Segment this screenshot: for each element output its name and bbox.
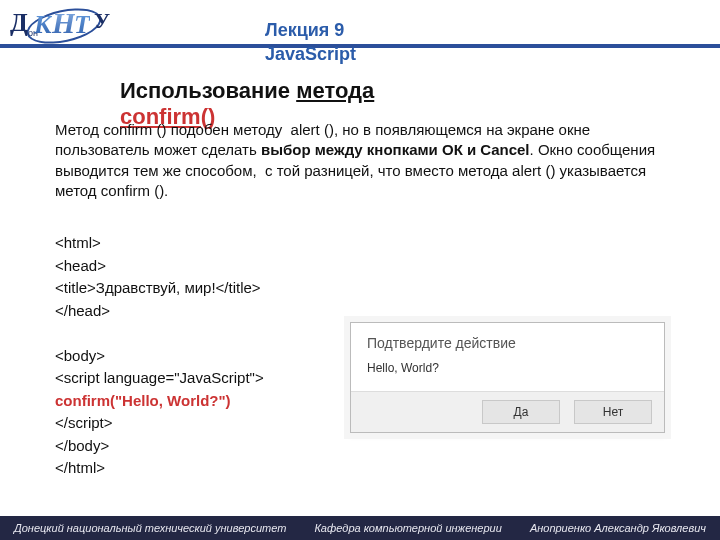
lecture-number: Лекция 9 bbox=[265, 20, 344, 41]
code-line bbox=[55, 322, 264, 345]
footer-university: Донецкий национальный технический универ… bbox=[14, 522, 286, 534]
lecture-subject: JavaScript bbox=[265, 44, 356, 65]
dialog-message: Hello, World? bbox=[351, 355, 664, 391]
logo-letter-d: Д bbox=[10, 8, 28, 38]
dialog-button-row: Да Нет bbox=[351, 391, 664, 432]
logo-letter-u: У bbox=[94, 8, 110, 34]
code-line: </script> bbox=[55, 412, 264, 435]
logo-letter-t: Т bbox=[74, 10, 90, 40]
logo-letter-h: Н bbox=[52, 6, 75, 40]
header-divider bbox=[0, 44, 720, 48]
code-highlight-line: confirm("Hello, World?") bbox=[55, 390, 264, 413]
confirm-dialog: Подтвердите действие Hello, World? Да Не… bbox=[350, 322, 665, 433]
slide-paragraph: Метод confirm () подобен методу alert ()… bbox=[55, 120, 665, 201]
code-line: </html> bbox=[55, 457, 264, 480]
dialog-no-button[interactable]: Нет bbox=[574, 400, 652, 424]
code-line: <head> bbox=[55, 255, 264, 278]
code-line: </head> bbox=[55, 300, 264, 323]
code-line: <html> bbox=[55, 232, 264, 255]
dialog-yes-button[interactable]: Да bbox=[482, 400, 560, 424]
footer-bar: Донецкий национальный технический универ… bbox=[0, 516, 720, 540]
footer-department: Кафедра компьютерной инженерии bbox=[314, 522, 501, 534]
footer-author: Аноприенко Александр Яковлевич bbox=[530, 522, 706, 534]
dialog-title: Подтвердите действие bbox=[351, 323, 664, 355]
code-line: <body> bbox=[55, 345, 264, 368]
title-prefix: Использование bbox=[120, 78, 296, 103]
code-line: </body> bbox=[55, 435, 264, 458]
code-line: <script language="JavaScript"> bbox=[55, 367, 264, 390]
title-method-word: метода bbox=[296, 78, 374, 103]
code-line: <title>Здравствуй, мир!</title> bbox=[55, 277, 264, 300]
logo-letter-k: К bbox=[34, 10, 52, 40]
code-sample: <html> <head> <title>Здравствуй, мир!</t… bbox=[55, 232, 264, 480]
